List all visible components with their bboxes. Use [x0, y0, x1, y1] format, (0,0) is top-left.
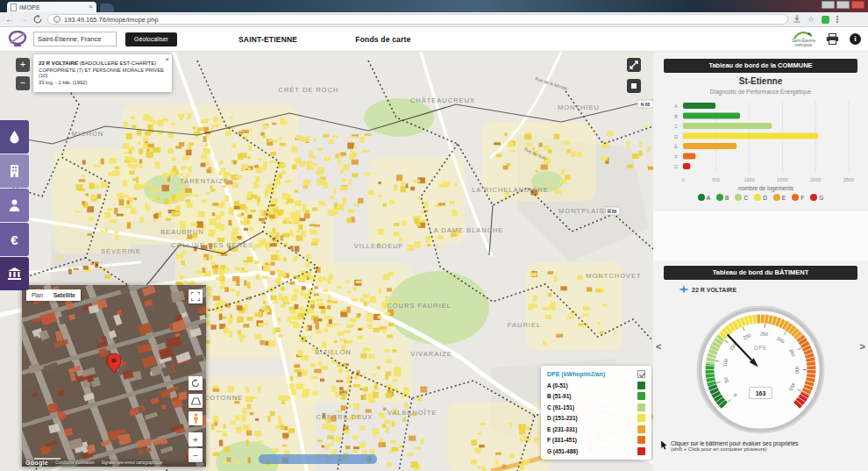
svg-text:F: F — [675, 154, 679, 160]
dpe-legend-item: A (0-51) — [547, 382, 645, 389]
inset-fullscreen-button[interactable] — [189, 289, 203, 303]
left-toolbar: € — [0, 120, 29, 291]
inset-tab-plan[interactable]: Plan — [26, 289, 48, 301]
dashboard-panel: Tableau de bord de la COMMUNE St-Etienne… — [653, 52, 868, 471]
district-label: TARENTAIZE — [180, 177, 229, 185]
window-close-button[interactable] — [851, 1, 864, 9]
dpe-color-swatch — [637, 382, 645, 389]
popup-title: 22 R VOLTAIRE — [39, 60, 78, 66]
print-icon[interactable] — [826, 33, 839, 45]
district-label: COLLINE DES PÈRES — [171, 241, 253, 249]
euro-icon: € — [11, 232, 18, 247]
url-text: 193.49.165.76/imope/imope.php — [64, 16, 159, 24]
tab-close-icon[interactable]: × — [89, 4, 93, 11]
series-marker-icon — [679, 285, 688, 294]
bank-icon — [8, 268, 21, 280]
inset-terms-link[interactable]: Conditions d'utilisation — [55, 460, 95, 465]
back-icon[interactable]: ← — [5, 15, 14, 24]
person-icon — [9, 199, 20, 211]
chart-legend-item[interactable]: D — [754, 194, 767, 201]
chart-legend-item[interactable]: A — [698, 194, 710, 201]
dpe-bar — [683, 113, 740, 119]
popup-ownership: COPROPRIETE (7) ET PERSONNE MORALE PRIVE… — [39, 68, 165, 78]
map-extent-button[interactable] — [627, 79, 641, 93]
district-label: MONTPLAISIR — [559, 207, 613, 215]
url-bar[interactable]: i 193.49.165.76/imope/imope.php — [47, 14, 788, 25]
dpe-legend-checkbox[interactable] — [637, 370, 645, 378]
search-input[interactable] — [33, 32, 117, 46]
browser-tab[interactable]: IMOPE × — [7, 2, 96, 12]
chart-legend-item[interactable]: F — [792, 194, 804, 201]
geolocate-button[interactable]: Géolocaliser — [125, 32, 177, 46]
tab-title: IMOPE — [19, 4, 86, 11]
extension-icon[interactable] — [822, 16, 829, 24]
new-tab-button[interactable] — [100, 4, 114, 12]
chart-legend-item[interactable]: B — [716, 194, 729, 201]
building-icon — [9, 165, 20, 177]
svg-text:1500: 1500 — [777, 177, 787, 182]
streetview-inset-map[interactable]: Plan Satellite + − Google Conditions d'u… — [22, 285, 206, 467]
satellite-imagery[interactable] — [22, 285, 206, 467]
dpe-chart-legend: ABCDEFG — [653, 194, 868, 201]
map-zoom-out-button[interactable]: − — [16, 76, 30, 90]
district-label: MONTCHOVET — [586, 272, 641, 280]
menu-fonds-de-carte[interactable]: Fonds de carte — [355, 35, 410, 44]
dpe-color-swatch — [637, 425, 645, 433]
svg-text:E: E — [674, 144, 678, 149]
dpe-legend-item: F (331-451) — [547, 436, 645, 444]
main-map[interactable]: Rue de la MontatRue de SullyRue de la Mo… — [0, 52, 653, 471]
commune-panel-header: Tableau de bord de la COMMUNE — [664, 59, 857, 73]
inset-report-link[interactable]: Signaler une erreur cartographique — [102, 460, 163, 465]
svg-text:B: B — [674, 114, 678, 119]
app-header: Géolocaliser SAINT-ETIENNE Fonds de cart… — [0, 27, 868, 52]
series-label: 22 R VOLTAIRE — [692, 287, 736, 293]
gauge-series-row: 22 R VOLTAIRE — [679, 285, 736, 294]
bookmark-star-icon[interactable]: ☆ — [808, 16, 815, 24]
district-label: BIZILLON — [315, 348, 351, 356]
inset-rotate-button[interactable] — [189, 376, 203, 390]
sidebar-euro-button[interactable]: € — [0, 223, 29, 256]
cursor-icon — [660, 440, 667, 451]
tab-favicon — [11, 4, 17, 11]
dpe-legend-item: D (151-231) — [547, 414, 645, 422]
sidebar-building-button[interactable] — [0, 154, 29, 188]
map-fullscreen-button[interactable] — [627, 58, 641, 72]
sidebar-energy-button[interactable] — [0, 120, 29, 153]
district-label: VALBENOÎTE — [388, 409, 438, 417]
dpe-legend-item: B (51-91) — [547, 392, 645, 400]
window-maximize-button[interactable] — [836, 1, 850, 9]
browser-menu-icon[interactable] — [836, 16, 838, 23]
chart-legend-item[interactable]: G — [810, 194, 823, 201]
district-label: FAURIEL — [508, 321, 541, 329]
dpe-color-swatch — [637, 392, 645, 400]
map-zoom-in-button[interactable]: + — [16, 58, 30, 72]
dpe-bar — [683, 123, 772, 129]
svg-text:500: 500 — [712, 177, 720, 182]
sidebar-bank-button[interactable] — [0, 257, 29, 290]
window-minimize-button[interactable] — [822, 1, 835, 9]
gauge-prev-button[interactable]: < — [656, 341, 661, 352]
sidebar-person-button[interactable] — [0, 189, 29, 222]
streetview-pegman-icon[interactable] — [189, 411, 203, 425]
popup-subtitle: (BADOUILLERE EST-CHARITE) — [80, 61, 156, 66]
download-icon[interactable] — [793, 15, 800, 24]
chart-legend-item[interactable]: E — [773, 194, 786, 201]
refresh-icon[interactable] — [33, 15, 42, 24]
inset-tab-satellite[interactable]: Satellite — [48, 289, 81, 301]
menu-commune[interactable]: SAINT-ETIENNE — [238, 35, 297, 44]
district-label: VILLEBOEUF — [354, 242, 403, 250]
gauge-next-button[interactable]: > — [860, 341, 865, 352]
svg-text:D: D — [674, 134, 678, 139]
dpe-legend: DPE (kWhep/m2/an) A (0-51)B (51-91)C (91… — [541, 366, 651, 460]
info-icon[interactable]: i — [850, 33, 861, 45]
dpe-color-swatch — [637, 436, 645, 444]
dpe-legend-item: G (451-488) — [547, 447, 645, 455]
district-label: MONTHIEU — [558, 103, 600, 111]
inset-tilt-button[interactable] — [189, 394, 203, 408]
forward-icon[interactable]: → — [19, 15, 28, 24]
commune-title: St-Etienne — [653, 76, 868, 86]
popup-close-icon[interactable]: × — [165, 55, 169, 63]
page-info-icon[interactable]: i — [53, 16, 60, 23]
inset-zoom-in-button[interactable]: + — [189, 432, 203, 446]
chart-legend-item[interactable]: C — [735, 194, 748, 201]
